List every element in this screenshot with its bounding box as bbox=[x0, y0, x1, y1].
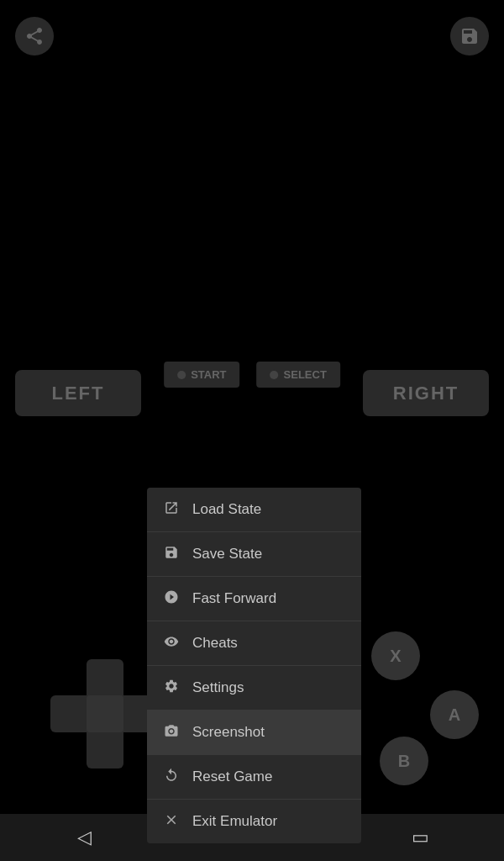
context-menu: Load StateSave StateFast ForwardCheatsSe… bbox=[147, 488, 361, 843]
menu-item-fast-forward[interactable]: Fast Forward bbox=[147, 577, 361, 621]
settings-label: Settings bbox=[192, 679, 244, 696]
screenshot-icon bbox=[162, 723, 181, 742]
load-state-icon bbox=[162, 500, 181, 519]
save-state-label: Save State bbox=[192, 546, 262, 563]
cheats-label: Cheats bbox=[192, 635, 238, 652]
menu-item-reset-game[interactable]: Reset Game bbox=[147, 755, 361, 800]
settings-icon bbox=[162, 679, 181, 697]
fast-forward-label: Fast Forward bbox=[192, 590, 276, 607]
load-state-label: Load State bbox=[192, 501, 261, 518]
menu-item-screenshot[interactable]: Screenshot bbox=[147, 710, 361, 755]
exit-emulator-icon bbox=[162, 812, 181, 831]
cheats-icon bbox=[162, 634, 181, 652]
dim-overlay-left bbox=[0, 0, 147, 814]
dim-overlay-right bbox=[361, 0, 504, 814]
save-state-icon bbox=[162, 545, 181, 563]
screenshot-label: Screenshot bbox=[192, 724, 265, 741]
menu-item-settings[interactable]: Settings bbox=[147, 666, 361, 710]
menu-item-load-state[interactable]: Load State bbox=[147, 488, 361, 532]
fast-forward-icon bbox=[162, 589, 181, 608]
menu-item-save-state[interactable]: Save State bbox=[147, 532, 361, 577]
exit-emulator-label: Exit Emulator bbox=[192, 813, 277, 830]
back-nav-button[interactable]: ◁ bbox=[63, 827, 105, 848]
dim-overlay-top bbox=[147, 0, 361, 488]
recents-nav-button[interactable]: ▭ bbox=[399, 827, 441, 848]
reset-game-icon bbox=[162, 768, 181, 786]
reset-game-label: Reset Game bbox=[192, 769, 272, 785]
menu-item-exit-emulator[interactable]: Exit Emulator bbox=[147, 800, 361, 843]
menu-item-cheats[interactable]: Cheats bbox=[147, 621, 361, 666]
